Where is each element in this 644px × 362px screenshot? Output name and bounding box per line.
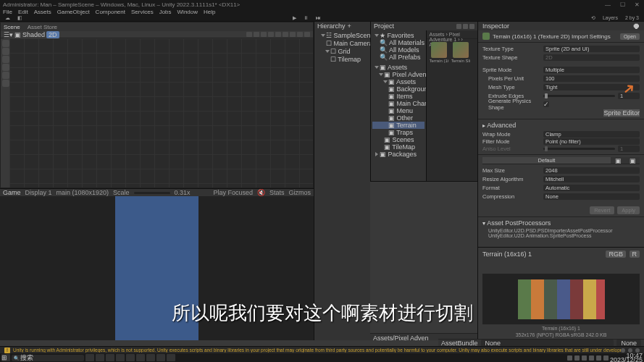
- play-focused-dropdown[interactable]: Play Focused: [213, 189, 253, 196]
- extrude-slider[interactable]: [543, 95, 615, 97]
- apply-button[interactable]: Apply: [617, 206, 640, 214]
- hierarchy-main-camera[interactable]: ☐ Main Camera: [316, 40, 369, 48]
- platform-tab-pc[interactable]: ▣: [611, 157, 625, 164]
- step-icon[interactable]: ⏭: [314, 15, 323, 20]
- fav-materials[interactable]: 🔍 All Materials: [372, 39, 425, 46]
- sprite-mode-dropdown[interactable]: Multiple: [543, 67, 640, 73]
- folder-background[interactable]: ▣ Background: [372, 85, 425, 93]
- tray-network-icon[interactable]: [596, 355, 601, 361]
- maximize-icon[interactable]: ☐: [618, 1, 627, 7]
- revert-button[interactable]: Revert: [590, 206, 614, 214]
- resize-algo-dropdown[interactable]: Mitchell: [543, 176, 640, 182]
- scene-tool-1[interactable]: [246, 32, 252, 37]
- tab-game[interactable]: Game: [3, 189, 21, 196]
- game-viewport[interactable]: [0, 196, 314, 340]
- start-button[interactable]: ⊞: [1, 354, 10, 361]
- pause-icon[interactable]: ⏸: [301, 15, 311, 20]
- folder-menu[interactable]: ▣ Menu: [372, 107, 425, 114]
- menu-window[interactable]: Window: [177, 9, 198, 15]
- project-menu-icon[interactable]: [469, 24, 474, 29]
- shading-dropdown[interactable]: Shaded: [22, 31, 45, 38]
- asset-terrain-sliced[interactable]: Terrain Sli...: [451, 42, 470, 63]
- texture-type-dropdown[interactable]: Sprite (2D and UI): [543, 46, 640, 52]
- tray-icon-4[interactable]: [589, 355, 594, 361]
- close-icon[interactable]: ✕: [632, 1, 641, 7]
- move-tool[interactable]: [2, 48, 9, 55]
- scene-camera-icon[interactable]: ▣: [14, 31, 21, 38]
- rect-tool[interactable]: [2, 72, 9, 79]
- tab-hierarchy[interactable]: Hierarchy: [317, 22, 346, 30]
- menu-component[interactable]: Component: [96, 9, 125, 15]
- play-icon[interactable]: ▶: [290, 15, 298, 21]
- folder-assets-inner[interactable]: ▣ Assets: [372, 78, 425, 85]
- layout-dropdown[interactable]: 2 by 3: [623, 15, 641, 20]
- taskbar-app-2[interactable]: [96, 354, 104, 361]
- undo-history-icon[interactable]: ⟲: [589, 15, 598, 21]
- stats-toggle[interactable]: Stats: [269, 189, 285, 196]
- menu-services[interactable]: Services: [131, 9, 154, 15]
- folder-tilemap[interactable]: ▣ TileMap: [372, 143, 425, 151]
- filter-mode-dropdown[interactable]: Point (no filter): [543, 138, 640, 145]
- menu-edit[interactable]: Edit: [18, 9, 28, 15]
- platform-tab-server[interactable]: ▣: [625, 157, 640, 164]
- taskbar-clock[interactable]: 10:47 2023/12/25: [610, 353, 643, 362]
- platform-tab-default[interactable]: Default: [482, 157, 611, 164]
- tab-inspector[interactable]: Inspector: [482, 22, 509, 30]
- tray-icon-2[interactable]: [574, 355, 580, 361]
- extrude-value[interactable]: 1: [618, 93, 640, 99]
- taskbar-app-5[interactable]: [126, 354, 135, 361]
- folder-terrain[interactable]: ▣ Terrain: [372, 122, 425, 129]
- scale-slider[interactable]: [134, 192, 170, 194]
- ppu-field[interactable]: 100: [543, 75, 640, 82]
- taskbar-app-3[interactable]: [106, 354, 114, 361]
- folder-items[interactable]: ▣ Items: [372, 93, 425, 100]
- compression-dropdown[interactable]: None: [543, 193, 640, 200]
- asset-terrain-1[interactable]: Terrain (16...: [430, 42, 448, 63]
- preview-image[interactable]: [482, 274, 640, 324]
- tab-scene[interactable]: Scene: [4, 24, 20, 30]
- progress-icon[interactable]: [621, 348, 625, 353]
- search-input[interactable]: 🔍 搜索: [12, 355, 84, 361]
- hierarchy-add-icon[interactable]: +: [348, 22, 351, 30]
- advanced-foldout[interactable]: ▸ Advanced: [482, 122, 640, 129]
- scene-tool-4[interactable]: [268, 32, 274, 37]
- sprite-editor-button[interactable]: Sprite Editor: [603, 109, 640, 117]
- menu-file[interactable]: File: [3, 9, 12, 15]
- wrap-mode-dropdown[interactable]: Clamp: [543, 131, 640, 138]
- taskbar-app-6[interactable]: [136, 354, 145, 361]
- hierarchy-scene[interactable]: ☳ SampleScene*: [316, 32, 369, 40]
- scene-tool-6[interactable]: [283, 32, 288, 37]
- tray-volume-icon[interactable]: [603, 355, 609, 361]
- assets-folder[interactable]: ▣ Assets: [372, 64, 425, 71]
- view-tool[interactable]: [2, 40, 9, 47]
- layers-dropdown[interactable]: Layers: [601, 15, 620, 20]
- transform-tool[interactable]: [2, 80, 9, 87]
- hierarchy-grid[interactable]: ☐ Grid: [316, 48, 369, 56]
- taskbar-app-8[interactable]: [156, 354, 165, 361]
- display-dropdown[interactable]: Display 1: [25, 189, 52, 196]
- tab-project[interactable]: Project: [374, 22, 394, 30]
- console-statusbar[interactable]: ! Unity is running with Administrator pr…: [0, 346, 644, 353]
- taskbar-app-1[interactable]: [85, 354, 94, 361]
- fav-prefabs[interactable]: 🔍 All Prefabs: [372, 54, 425, 61]
- menu-gameobject[interactable]: GameObject: [57, 9, 90, 15]
- fav-models[interactable]: 🔍 All Models: [372, 46, 425, 54]
- tray-icon-1[interactable]: [567, 355, 572, 361]
- 2d-toggle[interactable]: 2D: [46, 31, 59, 38]
- inspector-lock-icon[interactable]: ⯃: [633, 22, 640, 30]
- assetbundle-variant-dropdown[interactable]: None: [616, 340, 641, 347]
- folder-pixel-adventure[interactable]: ▣ Pixel Adventure 1: [372, 71, 425, 78]
- hierarchy-tilemap[interactable]: ☐ Tilemap: [316, 56, 369, 64]
- preview-r-button[interactable]: R: [630, 251, 640, 258]
- gizmos-toggle[interactable]: Gizmos: [288, 189, 311, 196]
- format-dropdown[interactable]: Automatic: [543, 185, 640, 191]
- mesh-type-dropdown[interactable]: Tight: [543, 84, 640, 90]
- postprocessors-foldout[interactable]: ▾ Asset PostProcessors: [482, 219, 640, 227]
- scene-tool-3[interactable]: [261, 32, 267, 37]
- project-visibility-icon[interactable]: [463, 24, 468, 29]
- folder-traps[interactable]: ▣ Traps: [372, 129, 425, 136]
- max-size-dropdown[interactable]: 2048: [543, 167, 640, 174]
- physics-shape-checkbox[interactable]: ✓: [543, 101, 549, 107]
- scale-tool[interactable]: [2, 64, 9, 71]
- rotate-tool[interactable]: [2, 56, 9, 63]
